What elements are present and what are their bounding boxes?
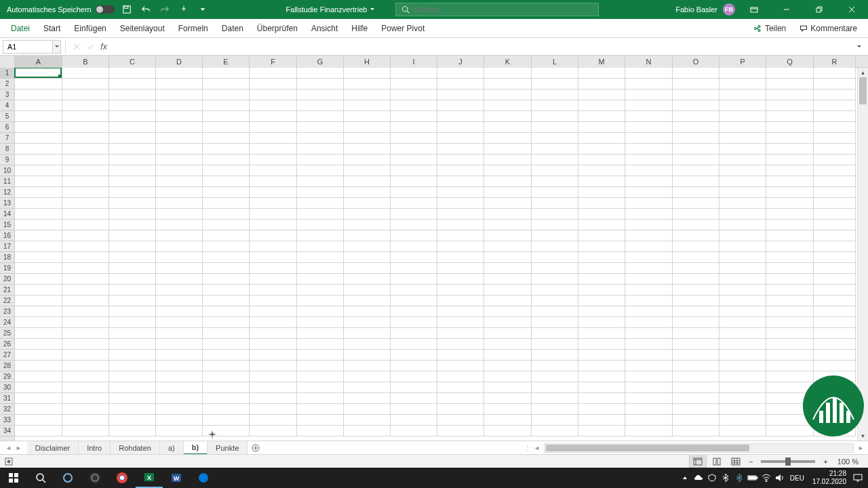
formula-input[interactable] bbox=[111, 40, 853, 54]
column-header[interactable]: P bbox=[719, 56, 766, 68]
name-box[interactable]: A1 bbox=[3, 40, 53, 54]
row-header[interactable]: 18 bbox=[0, 252, 14, 263]
scroll-thumb[interactable] bbox=[859, 77, 867, 104]
taskbar-app-excel[interactable]: X bbox=[136, 468, 163, 488]
scroll-thumb[interactable] bbox=[546, 445, 749, 451]
zoom-in-button[interactable]: + bbox=[821, 458, 830, 466]
row-header[interactable]: 29 bbox=[0, 371, 14, 382]
column-header[interactable]: F bbox=[250, 56, 297, 68]
row-header[interactable]: 23 bbox=[0, 306, 14, 317]
row-header[interactable]: 13 bbox=[0, 198, 14, 209]
row-header[interactable]: 11 bbox=[0, 176, 14, 187]
column-header[interactable]: I bbox=[391, 56, 437, 68]
start-button[interactable] bbox=[0, 468, 27, 488]
ribbon-tab-power pivot[interactable]: Power Pivot bbox=[374, 19, 431, 38]
row-header[interactable]: 3 bbox=[0, 89, 14, 100]
hscroll-left-button[interactable]: ◄ bbox=[534, 445, 540, 451]
taskbar-app-obs[interactable] bbox=[81, 468, 108, 488]
zoom-level[interactable]: 100 % bbox=[832, 458, 864, 466]
ribbon-tab-ansicht[interactable]: Ansicht bbox=[304, 19, 344, 38]
ribbon-tab-seitenlayout[interactable]: Seitenlayout bbox=[113, 19, 172, 38]
column-header[interactable]: L bbox=[532, 56, 578, 68]
qat-customize-button[interactable] bbox=[196, 3, 210, 16]
row-header[interactable]: 32 bbox=[0, 404, 14, 415]
tray-security-icon[interactable] bbox=[706, 472, 718, 484]
row-header[interactable]: 19 bbox=[0, 263, 14, 274]
ribbon-tab-einfügen[interactable]: Einfügen bbox=[67, 19, 113, 38]
touch-mode-button[interactable] bbox=[177, 3, 191, 16]
minimize-button[interactable] bbox=[773, 0, 800, 19]
scroll-up-button[interactable]: ▲ bbox=[858, 68, 868, 77]
comments-button[interactable]: Kommentare bbox=[795, 22, 861, 35]
maximize-button[interactable] bbox=[806, 0, 833, 19]
add-sheet-button[interactable] bbox=[248, 444, 264, 452]
sheet-tab[interactable]: Rohdaten bbox=[111, 441, 160, 455]
page-break-view-button[interactable] bbox=[727, 455, 745, 468]
sheet-tab[interactable]: Intro bbox=[79, 441, 111, 455]
sheet-nav-next[interactable]: ► bbox=[16, 445, 22, 451]
record-macro-icon[interactable] bbox=[4, 457, 14, 466]
ribbon-display-button[interactable] bbox=[741, 0, 768, 19]
tray-show-hidden[interactable] bbox=[679, 472, 691, 484]
user-name[interactable]: Fabio Basler bbox=[675, 5, 717, 14]
row-header[interactable]: 28 bbox=[0, 361, 14, 371]
share-button[interactable]: Teilen bbox=[750, 22, 790, 35]
taskbar-app-word[interactable]: W bbox=[163, 468, 190, 488]
tray-language[interactable]: DEU bbox=[787, 474, 807, 482]
ribbon-tab-daten[interactable]: Daten bbox=[215, 19, 250, 38]
sheet-tab[interactable]: Punkte bbox=[208, 441, 248, 455]
tray-bluetooth2-icon[interactable] bbox=[733, 472, 745, 484]
row-header[interactable]: 20 bbox=[0, 274, 14, 285]
row-header[interactable]: 34 bbox=[0, 426, 14, 436]
hscroll-right-button[interactable]: ► bbox=[858, 445, 868, 451]
row-header[interactable]: 33 bbox=[0, 415, 14, 426]
row-header[interactable]: 8 bbox=[0, 144, 14, 155]
undo-button[interactable] bbox=[139, 3, 153, 16]
sheet-tab[interactable]: a) bbox=[160, 441, 184, 455]
column-header[interactable]: G bbox=[297, 56, 344, 68]
ribbon-tab-hilfe[interactable]: Hilfe bbox=[344, 19, 374, 38]
tray-bluetooth-icon[interactable] bbox=[719, 472, 732, 484]
column-header[interactable]: B bbox=[62, 56, 109, 68]
column-header[interactable]: O bbox=[673, 56, 719, 68]
column-header[interactable]: R bbox=[814, 56, 856, 68]
ribbon-tab-datei[interactable]: Datei bbox=[4, 19, 37, 38]
row-header[interactable]: 30 bbox=[0, 382, 14, 393]
row-header[interactable]: 7 bbox=[0, 133, 14, 144]
insert-function-button[interactable]: fx bbox=[97, 40, 111, 54]
row-header[interactable]: 12 bbox=[0, 187, 14, 198]
page-layout-view-button[interactable] bbox=[708, 455, 726, 468]
sheet-tab[interactable]: Disclaimer bbox=[27, 441, 79, 455]
row-header[interactable]: 31 bbox=[0, 393, 14, 404]
column-header[interactable]: D bbox=[156, 56, 203, 68]
autosave-toggle[interactable]: Automatisches Speichern bbox=[7, 5, 115, 14]
row-header[interactable]: 4 bbox=[0, 100, 14, 111]
document-title[interactable]: Fallstudie Finanzvertrieb bbox=[286, 5, 376, 14]
enter-formula-button[interactable] bbox=[83, 40, 97, 54]
row-header[interactable]: 9 bbox=[0, 155, 14, 165]
zoom-slider[interactable] bbox=[761, 460, 815, 463]
row-header[interactable]: 25 bbox=[0, 328, 14, 339]
column-header[interactable]: A bbox=[15, 56, 62, 68]
tray-wifi-icon[interactable] bbox=[760, 472, 772, 484]
save-button[interactable] bbox=[120, 3, 134, 16]
ribbon-tab-start[interactable]: Start bbox=[37, 19, 67, 38]
row-header[interactable]: 10 bbox=[0, 165, 14, 176]
row-header[interactable]: 17 bbox=[0, 241, 14, 252]
ribbon-tab-formeln[interactable]: Formeln bbox=[172, 19, 215, 38]
row-header[interactable]: 22 bbox=[0, 296, 14, 306]
horizontal-scrollbar[interactable] bbox=[544, 443, 854, 453]
column-header[interactable]: J bbox=[437, 56, 484, 68]
tray-onedrive-icon[interactable] bbox=[692, 472, 705, 484]
ribbon-tab-überprüfen[interactable]: Überprüfen bbox=[250, 19, 304, 38]
tray-clock[interactable]: 21:28 17.02.2020 bbox=[808, 470, 850, 486]
column-header[interactable]: H bbox=[344, 56, 391, 68]
vertical-scrollbar[interactable]: ▲ ▼ bbox=[857, 68, 868, 441]
column-header[interactable]: C bbox=[109, 56, 156, 68]
name-box-dropdown[interactable] bbox=[53, 40, 61, 54]
tray-battery-icon[interactable] bbox=[747, 472, 759, 484]
row-header[interactable]: 26 bbox=[0, 339, 14, 350]
cancel-formula-button[interactable] bbox=[70, 40, 83, 54]
row-header[interactable]: 21 bbox=[0, 285, 14, 296]
tray-notifications-icon[interactable] bbox=[852, 472, 864, 484]
